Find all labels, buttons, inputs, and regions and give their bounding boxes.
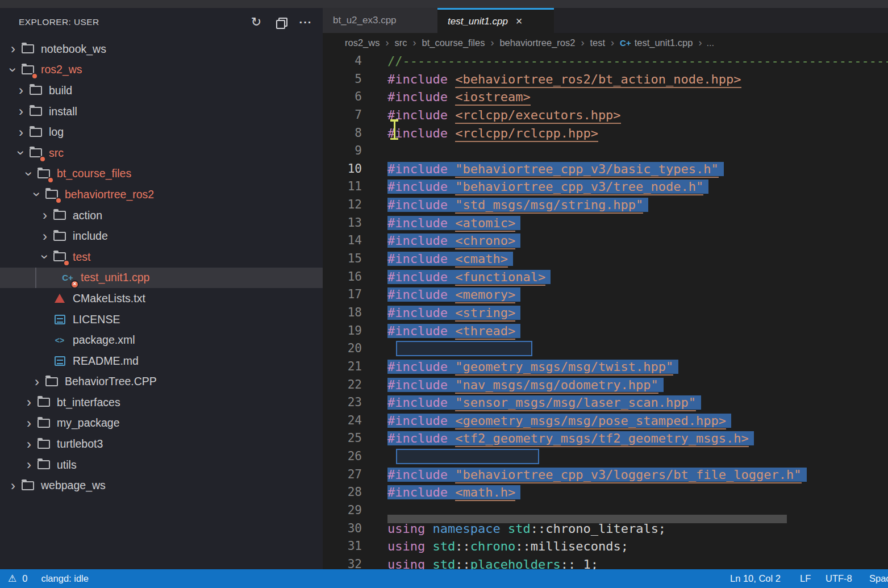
status-encoding[interactable]: UTF-8 <box>826 569 852 588</box>
code-text: #include <cmath> <box>387 250 508 268</box>
selected-text: #include <functional> <box>387 270 545 284</box>
tree-item-behaviortree-cpp[interactable]: ›BehaviorTree.CPP <box>0 372 323 393</box>
code-line-8[interactable]: 8#include <rclcpp/rclcpp.hpp> <box>323 124 888 143</box>
tree-item-bt-course-files[interactable]: ›bt_course_files <box>0 164 323 185</box>
status-line-col[interactable]: Ln 10, Col 2 <box>730 569 781 588</box>
chevron-right-icon[interactable]: › <box>22 437 36 451</box>
chevron-right-icon[interactable]: › <box>22 395 36 409</box>
folder-icon <box>36 166 51 181</box>
code-line-20[interactable]: 20 <box>323 340 888 358</box>
code-line-12[interactable]: 12#include "std_msgs/msg/string.hpp" <box>323 196 888 214</box>
code-line-32[interactable]: 32using std::placeholders::_1; <box>323 556 888 569</box>
tree-item-label: BehaviorTree.CPP <box>65 375 157 388</box>
collapse-folders-icon[interactable] <box>272 14 289 31</box>
chevron-down-icon[interactable]: › <box>22 166 36 181</box>
line-number: 30 <box>323 520 362 538</box>
breadcrumb-file[interactable]: test_unit1.cpp <box>635 37 693 48</box>
code-line-9[interactable]: 9 <box>323 142 888 160</box>
code-line-11[interactable]: 11#include "behaviortree_cpp_v3/tree_nod… <box>323 178 888 196</box>
code-line-24[interactable]: 24#include <geometry_msgs/msg/pose_stamp… <box>323 412 888 430</box>
breadcrumb-item-bt_course_files[interactable]: bt_course_files <box>422 37 485 48</box>
code-line-28[interactable]: 28#include <math.h> <box>323 483 888 502</box>
chevron-down-icon[interactable]: › <box>38 249 52 264</box>
breadcrumb-item-test[interactable]: test <box>590 37 605 48</box>
line-number: 12 <box>323 196 362 214</box>
chevron-down-icon[interactable]: › <box>30 187 44 202</box>
code-line-16[interactable]: 16#include <functional> <box>323 268 888 286</box>
tree-item-build[interactable]: ›build <box>0 80 323 101</box>
code-line-18[interactable]: 18#include <string> <box>323 304 888 322</box>
code-area[interactable]: 4//-------------------------------------… <box>323 52 888 569</box>
tree-item-test-unit1-cpp[interactable]: C+×test_unit1.cpp <box>0 268 323 289</box>
code-line-22[interactable]: 22#include "nav_msgs/msg/odometry.hpp" <box>323 376 888 394</box>
more-actions-icon[interactable]: ··· <box>297 14 314 31</box>
chevron-right-icon[interactable]: › <box>22 458 36 472</box>
chevron-right-icon[interactable]: › <box>14 84 28 97</box>
code-line-19[interactable]: 19#include <thread> <box>323 322 888 340</box>
code-line-7[interactable]: 7#include <rclcpp/executors.hpp> <box>323 106 888 124</box>
code-text: #include <geometry_msgs/msg/pose_stamped… <box>387 412 726 430</box>
status-eol[interactable]: LF <box>800 569 811 588</box>
tree-item-license[interactable]: LICENSE <box>0 309 323 330</box>
chevron-right-icon[interactable]: › <box>37 208 52 222</box>
status-problems[interactable]: ⚠ 0 clangd: idle <box>8 569 89 588</box>
breadcrumb-item-src[interactable]: src <box>394 37 407 48</box>
code-line-5[interactable]: 5#include <behaviortree_ros2/bt_action_n… <box>323 70 888 89</box>
code-line-15[interactable]: 15#include <cmath> <box>323 250 888 268</box>
tab-bt-u2-ex3-cpp[interactable]: bt_u2_ex3.cpp <box>323 8 437 33</box>
tree-item-notebook-ws[interactable]: ›notebook_ws <box>0 39 323 60</box>
code-line-13[interactable]: 13#include <atomic> <box>323 214 888 232</box>
tree-item-behaviortree-ros2[interactable]: ›behaviortree_ros2 <box>0 184 323 205</box>
chevron-right-icon[interactable]: › <box>6 42 20 56</box>
chevron-right-icon[interactable]: › <box>14 126 28 139</box>
line-number: 27 <box>323 466 362 484</box>
breadcrumb-overflow[interactable]: ... <box>706 37 714 48</box>
breadcrumb-item-behaviortree_ros2[interactable]: behaviortree_ros2 <box>499 37 575 48</box>
document-file-icon <box>52 353 67 368</box>
tree-item-bt-interfaces[interactable]: ›bt_interfaces <box>0 392 323 413</box>
code-line-21[interactable]: 21#include "geometry_msgs/msg/twist.hpp" <box>323 358 888 376</box>
tree-item-log[interactable]: ›log <box>0 122 323 143</box>
horizontal-scrollbar[interactable] <box>387 515 787 523</box>
tree-item-readme-md[interactable]: README.md <box>0 351 323 372</box>
code-line-17[interactable]: 17#include <memory> <box>323 286 888 304</box>
code-text: #include "nav_msgs/msg/odometry.hpp" <box>387 376 658 394</box>
line-number: 11 <box>323 178 362 196</box>
close-icon[interactable]: × <box>516 15 523 28</box>
status-indentation[interactable]: Spac <box>869 569 888 588</box>
tree-item-my-package[interactable]: ›my_package <box>0 413 323 434</box>
code-line-14[interactable]: 14#include <chrono> <box>323 232 888 250</box>
chevron-right-icon[interactable]: › <box>6 479 20 493</box>
tree-item-utils[interactable]: ›utils <box>0 454 323 476</box>
tree-item-ros2-ws[interactable]: ›ros2_ws <box>0 60 323 81</box>
tree-item-webpage-ws[interactable]: ›webpage_ws <box>0 475 323 496</box>
tree-item-label: package.xml <box>73 333 135 347</box>
chevron-down-icon[interactable]: › <box>6 62 20 77</box>
code-line-23[interactable]: 23#include "sensor_msgs/msg/laser_scan.h… <box>323 394 888 412</box>
tree-item-label: src <box>49 147 64 160</box>
code-line-10[interactable]: 10#include "behaviortree_cpp_v3/basic_ty… <box>323 160 888 178</box>
tree-item-turtlebot3[interactable]: ›turtlebot3 <box>0 433 323 454</box>
code-line-31[interactable]: 31using std::chrono::milliseconds; <box>323 537 888 556</box>
chevron-right-icon[interactable]: › <box>14 105 28 118</box>
breadcrumb-item-ros2_ws[interactable]: ros2_ws <box>345 37 380 48</box>
refresh-explorer-icon[interactable]: ↻ <box>248 14 265 31</box>
tree-item-src[interactable]: ›src <box>0 143 323 164</box>
tree-item-test[interactable]: ›test <box>0 247 323 268</box>
chevron-right-icon[interactable]: › <box>22 416 36 430</box>
code-line-4[interactable]: 4//-------------------------------------… <box>323 52 888 70</box>
code-line-26[interactable]: 26 <box>323 448 888 466</box>
tree-item-cmakelists-txt[interactable]: CMakeLists.txt <box>0 288 323 309</box>
tree-item-package-xml[interactable]: <>package.xml <box>0 330 323 351</box>
chevron-right-icon[interactable]: › <box>37 230 52 243</box>
chevron-down-icon[interactable]: › <box>14 145 28 160</box>
chevron-right-icon[interactable]: › <box>30 375 44 389</box>
code-line-27[interactable]: 27#include "behaviortree_cpp_v3/loggers/… <box>323 466 888 484</box>
tree-item-include[interactable]: ›include <box>0 226 323 247</box>
code-line-25[interactable]: 25#include <tf2_geometry_msgs/tf2_geomet… <box>323 429 888 448</box>
code-line-6[interactable]: 6#include <iostream> <box>323 88 888 106</box>
tab-test-unit1-cpp[interactable]: test_unit1.cpp× <box>437 8 554 33</box>
line-number: 22 <box>323 376 362 394</box>
tree-item-action[interactable]: ›action <box>0 205 323 226</box>
tree-item-install[interactable]: ›install <box>0 101 323 122</box>
